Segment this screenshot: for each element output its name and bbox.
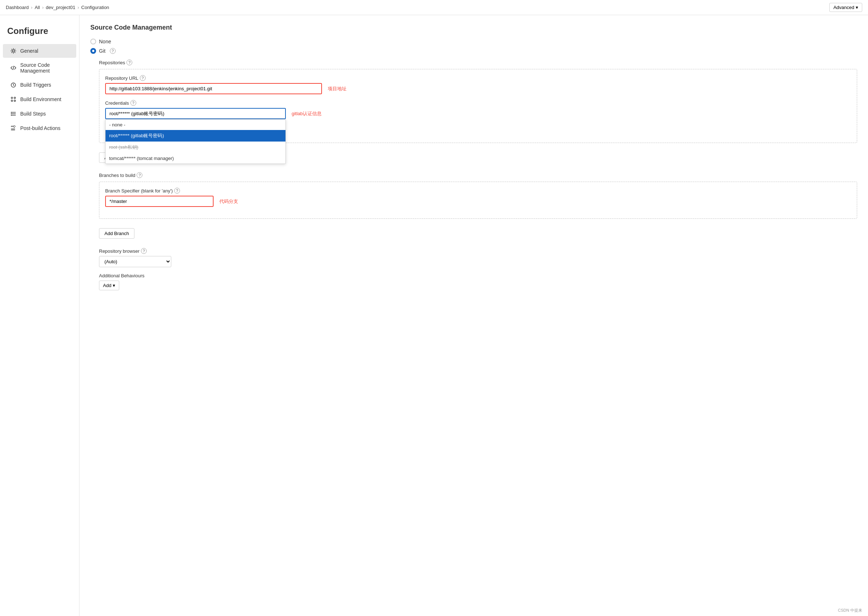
svg-point-3 xyxy=(14,97,16,99)
repo-url-group: Repository URL ? 项目地址 xyxy=(105,75,851,94)
sidebar-item-scm[interactable]: Source Code Management xyxy=(3,58,76,77)
svg-point-2 xyxy=(11,97,13,99)
branch-specifier-annotation: 代码分支 xyxy=(219,198,238,205)
branches-help-icon[interactable]: ? xyxy=(137,172,142,178)
credentials-wrapper: - none - root/****** (gitlab账号密码) root (… xyxy=(105,108,851,119)
radio-none-circle xyxy=(90,39,96,44)
svg-point-5 xyxy=(14,100,16,101)
svg-rect-8 xyxy=(11,115,12,116)
clock-icon xyxy=(10,82,17,88)
main-layout: Configure General Source Code Management xyxy=(0,15,868,616)
credentials-group: Credentials ? - none - root/****** (gitl… xyxy=(105,100,851,119)
repo-url-label: Repository URL ? xyxy=(105,75,851,81)
radio-none[interactable]: None xyxy=(90,39,857,44)
code-icon xyxy=(10,64,17,71)
repositories-group: Repositories ? Repository URL ? 项目地址 xyxy=(99,60,857,143)
scm-radio-group: None Git ? xyxy=(90,39,857,54)
credentials-label: Credentials ? xyxy=(105,100,851,106)
breadcrumb-sep-3: › xyxy=(77,5,79,10)
sidebar-item-build-env[interactable]: Build Environment xyxy=(3,93,76,106)
advanced-top-button[interactable]: Advanced ▾ xyxy=(829,3,862,12)
credentials-dropdown: - none - root/****** (gitlab账号密码) root (… xyxy=(105,119,286,164)
sidebar-item-post-build-label: Post-build Actions xyxy=(20,125,60,131)
branches-group: Branches to build ? Branch Specifier (bl… xyxy=(99,172,857,219)
add-chevron: ▾ xyxy=(113,283,115,288)
add-branch-label: Add Branch xyxy=(104,231,129,236)
radio-none-label: None xyxy=(99,39,111,44)
page-title: Configure xyxy=(0,22,79,43)
sidebar-item-general-label: General xyxy=(20,48,38,54)
grid-icon xyxy=(10,96,17,102)
svg-rect-6 xyxy=(11,112,12,113)
repo-url-input[interactable] xyxy=(105,83,322,94)
branch-specifier-input[interactable] xyxy=(105,196,214,207)
radio-git-circle xyxy=(90,48,96,54)
sidebar-item-general[interactable]: General xyxy=(3,44,76,58)
repositories-help-icon[interactable]: ? xyxy=(126,60,132,65)
additional-behaviours-label: Additional Behaviours xyxy=(99,273,857,278)
repo-browser-select[interactable]: (Auto) xyxy=(99,256,171,267)
breadcrumb: Dashboard › All › dev_project01 › Config… xyxy=(6,5,109,10)
additional-behaviours-group: Additional Behaviours Add ▾ xyxy=(99,273,857,290)
svg-point-4 xyxy=(11,100,13,101)
gear-icon xyxy=(10,48,17,54)
repositories-box: Repository URL ? 项目地址 Credentials ? xyxy=(99,69,857,143)
add-behaviour-button[interactable]: Add ▾ xyxy=(99,281,119,290)
dropdown-item-root-ssh[interactable]: root (ssh私钥) xyxy=(106,141,285,153)
repo-browser-group: Repository browser ? (Auto) xyxy=(99,248,857,267)
branch-specifier-group: Branch Specifier (blank for 'any') ? 代码分… xyxy=(105,188,851,207)
breadcrumb-sep-2: › xyxy=(42,5,43,10)
scm-section-title: Source Code Management xyxy=(90,24,857,31)
dropdown-item-root-gitlab[interactable]: root/****** (gitlab账号密码) xyxy=(106,130,285,141)
repo-url-wrapper: 项目地址 xyxy=(105,83,851,94)
arrow-icon xyxy=(10,125,17,132)
credentials-input[interactable] xyxy=(105,108,286,119)
branch-specifier-wrapper: 代码分支 xyxy=(105,196,851,207)
breadcrumb-project[interactable]: dev_project01 xyxy=(46,5,76,10)
repo-url-annotation: 项目地址 xyxy=(328,86,347,92)
footer-note: CSDN 中提来 xyxy=(838,608,862,613)
radio-git-label: Git xyxy=(99,48,106,54)
sidebar-item-build-triggers-label: Build Triggers xyxy=(20,82,51,88)
list-icon xyxy=(10,110,17,117)
sidebar-item-scm-label: Source Code Management xyxy=(20,62,69,74)
advanced-top-label: Advanced xyxy=(833,5,854,10)
sidebar-item-post-build[interactable]: Post-build Actions xyxy=(3,121,76,135)
top-bar: Dashboard › All › dev_project01 › Config… xyxy=(0,0,868,15)
content-area: Source Code Management None Git ? Reposi… xyxy=(79,15,868,616)
git-section: Repositories ? Repository URL ? 项目地址 xyxy=(99,60,857,290)
advanced-top-chevron: ▾ xyxy=(856,5,858,10)
git-help-icon[interactable]: ? xyxy=(110,48,116,54)
breadcrumb-dashboard[interactable]: Dashboard xyxy=(6,5,29,10)
sidebar-item-build-triggers[interactable]: Build Triggers xyxy=(3,78,76,92)
breadcrumb-configuration: Configuration xyxy=(81,5,109,10)
credentials-help-icon[interactable]: ? xyxy=(131,100,136,106)
svg-point-0 xyxy=(12,50,14,52)
repo-url-help-icon[interactable]: ? xyxy=(140,75,146,81)
breadcrumb-all[interactable]: All xyxy=(35,5,40,10)
svg-rect-7 xyxy=(11,113,12,114)
dropdown-item-tomcat[interactable]: tomcat/****** (tomcat manager) xyxy=(106,153,285,163)
repositories-label: Repositories ? xyxy=(99,60,857,65)
add-branch-button[interactable]: Add Branch xyxy=(99,228,134,239)
sidebar: Configure General Source Code Management xyxy=(0,15,79,616)
radio-git[interactable]: Git ? xyxy=(90,48,857,54)
sidebar-item-build-steps[interactable]: Build Steps xyxy=(3,107,76,121)
repo-browser-help-icon[interactable]: ? xyxy=(141,248,147,254)
sidebar-item-build-steps-label: Build Steps xyxy=(20,111,46,116)
branch-specifier-label: Branch Specifier (blank for 'any') ? xyxy=(105,188,851,193)
dropdown-item-none[interactable]: - none - xyxy=(106,119,285,130)
branch-specifier-help-icon[interactable]: ? xyxy=(174,188,180,193)
repo-browser-label: Repository browser ? xyxy=(99,248,857,254)
credentials-annotation: gitlab认证信息 xyxy=(291,110,321,117)
add-behaviour-label: Add xyxy=(103,283,111,288)
breadcrumb-sep-1: › xyxy=(31,5,33,10)
branches-box: Branch Specifier (blank for 'any') ? 代码分… xyxy=(99,182,857,219)
branches-label: Branches to build ? xyxy=(99,172,857,178)
sidebar-item-build-env-label: Build Environment xyxy=(20,96,61,102)
